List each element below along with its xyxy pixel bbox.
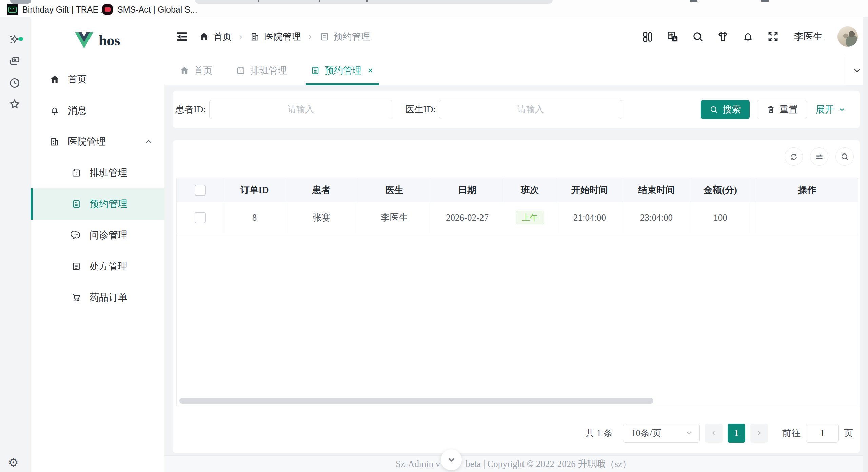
row-spacer <box>751 202 756 233</box>
sidebar-item-label: 处方管理 <box>90 260 127 273</box>
column-header: 开始时间 <box>556 178 623 202</box>
sidebar-item-label: 医院管理 <box>68 135 136 148</box>
sidebar-item-home[interactable]: 首页 <box>31 64 164 95</box>
browser-chrome-fragment <box>761 0 769 2</box>
browser-chrome-fragment <box>258 0 259 2</box>
refresh-button[interactable] <box>785 147 803 166</box>
trash-icon <box>766 105 775 114</box>
app-title: hos <box>99 32 120 49</box>
history-clock-icon[interactable] <box>8 77 21 89</box>
sidebar-item-hospital[interactable]: 医院管理 <box>31 126 164 157</box>
sidebar-item-schedule[interactable]: 排班管理 <box>31 157 164 188</box>
shift-tag: 上午 <box>516 211 544 224</box>
footer-gap <box>440 464 462 464</box>
search-button[interactable]: 搜索 <box>701 100 750 119</box>
footer-right: -beta | Copyright © 2022-2026 升职哦（sz） <box>462 458 631 470</box>
bookmark-item[interactable]: SMS-Act | Global S... <box>102 4 197 15</box>
user-name[interactable]: 李医生 <box>794 30 823 43</box>
end-time-cell: 23:04:00 <box>623 202 690 233</box>
bookmark-label: Birthday Gift | TRAE ... <box>22 5 108 15</box>
search-icon[interactable] <box>692 30 704 43</box>
settings-gear-icon[interactable]: ⚙ <box>8 456 21 469</box>
vue-logo-icon <box>75 32 93 48</box>
bookmark-label: SMS-Act | Global S... <box>117 5 197 15</box>
document-icon <box>319 32 330 42</box>
breadcrumb-separator: › <box>308 32 312 42</box>
sidebar-item-messages[interactable]: 消息 <box>31 95 164 126</box>
amount-cell: 100 <box>690 202 751 233</box>
tab-label: 排班管理 <box>250 64 287 77</box>
screen: Birthday Gift | TRAE ... SMS-Act | Globa… <box>0 0 868 472</box>
browser-bookmarks-bar: Birthday Gift | TRAE ... SMS-Act | Globa… <box>0 0 868 17</box>
column-header: 结束时间 <box>623 178 690 202</box>
select-all-checkbox[interactable] <box>195 185 206 196</box>
breadcrumb: 首页 › 医院管理 › 预约管理 <box>199 30 370 43</box>
sidebar-item-drug-orders[interactable]: 药品订单 <box>31 282 164 313</box>
patient-id-input[interactable] <box>209 100 392 119</box>
refresh-icon <box>789 152 798 161</box>
chevron-down-icon <box>852 65 862 76</box>
tab-label: 首页 <box>194 64 212 77</box>
tab-schedule[interactable]: 排班管理 <box>236 56 287 85</box>
notification-dot <box>18 37 23 41</box>
row-actions-cell <box>756 202 858 233</box>
table-row[interactable]: 8 张赛 李医生 2026-02-27 上午 21:04:00 23:04:00… <box>177 202 858 233</box>
user-avatar[interactable] <box>837 26 858 47</box>
notification-bell-icon[interactable] <box>742 30 754 43</box>
theme-tshirt-icon[interactable] <box>717 30 729 43</box>
current-page-button[interactable]: 1 <box>728 424 745 443</box>
column-settings-button[interactable] <box>810 147 828 166</box>
goto-page-input[interactable] <box>806 424 839 443</box>
fullscreen-icon[interactable] <box>767 30 779 43</box>
pagination-total: 共 1 条 <box>585 427 613 439</box>
document-icon <box>71 261 81 271</box>
page-size-value: 10条/页 <box>631 427 685 439</box>
sidebar-item-prescription[interactable]: 处方管理 <box>31 251 164 282</box>
breadcrumb-item[interactable]: 首页 <box>213 30 232 43</box>
document-icon <box>71 199 81 209</box>
screens-icon[interactable] <box>8 55 21 68</box>
column-header: 医生 <box>358 178 431 202</box>
expand-link[interactable]: 展开 <box>816 103 846 116</box>
tab-appointments[interactable]: 预约管理 <box>311 56 374 85</box>
scroll-down-button[interactable] <box>441 449 462 470</box>
start-time-cell: 21:04:00 <box>556 202 623 233</box>
svg-text:A: A <box>673 37 676 41</box>
favorites-star-icon[interactable] <box>8 98 21 110</box>
layout-grid-icon[interactable] <box>642 30 654 43</box>
chevron-down-icon <box>685 429 693 437</box>
translate-icon[interactable]: 中 A <box>667 30 679 43</box>
patient-cell: 张赛 <box>285 202 358 233</box>
search-icon <box>709 105 718 114</box>
sidebar-item-consultation[interactable]: 问诊管理 <box>31 220 164 251</box>
reset-button[interactable]: 重置 <box>757 100 807 119</box>
page-size-select[interactable]: 10条/页 <box>623 424 700 443</box>
tab-home[interactable]: 首页 <box>180 56 212 85</box>
next-page-button[interactable] <box>750 424 768 443</box>
bookmark-item[interactable]: Birthday Gift | TRAE ... <box>7 4 108 15</box>
horizontal-scrollbar[interactable] <box>179 398 653 404</box>
chevron-left-icon <box>710 429 717 437</box>
prev-page-button[interactable] <box>705 424 723 443</box>
table-search-button[interactable] <box>835 147 854 166</box>
column-header: 班次 <box>504 178 556 202</box>
app-header: 首页 › 医院管理 › 预约管理 中 A <box>164 17 868 56</box>
close-icon[interactable] <box>366 66 374 75</box>
breadcrumb-item-current: 预约管理 <box>334 30 370 43</box>
browser-chrome-fragment <box>690 0 697 2</box>
doctor-id-input[interactable] <box>439 100 622 119</box>
sidebar-item-appointments[interactable]: 预约管理 <box>31 188 164 220</box>
document-icon <box>311 66 320 75</box>
patient-id-field: 患者ID: <box>175 100 392 119</box>
app-logo[interactable]: hos <box>31 17 164 64</box>
sliders-icon <box>815 152 824 161</box>
vertical-scrollbar[interactable] <box>863 17 868 472</box>
building-icon <box>50 137 60 147</box>
browser-chrome-fragment <box>319 0 320 2</box>
collapse-sidebar-icon[interactable] <box>175 29 190 44</box>
home-icon <box>180 66 189 75</box>
breadcrumb-item[interactable]: 医院管理 <box>264 30 301 43</box>
order-id-cell: 8 <box>224 202 285 233</box>
row-checkbox[interactable] <box>195 212 206 223</box>
content-area: 患者ID: 医生ID: 搜索 重置 展开 <box>164 85 868 472</box>
